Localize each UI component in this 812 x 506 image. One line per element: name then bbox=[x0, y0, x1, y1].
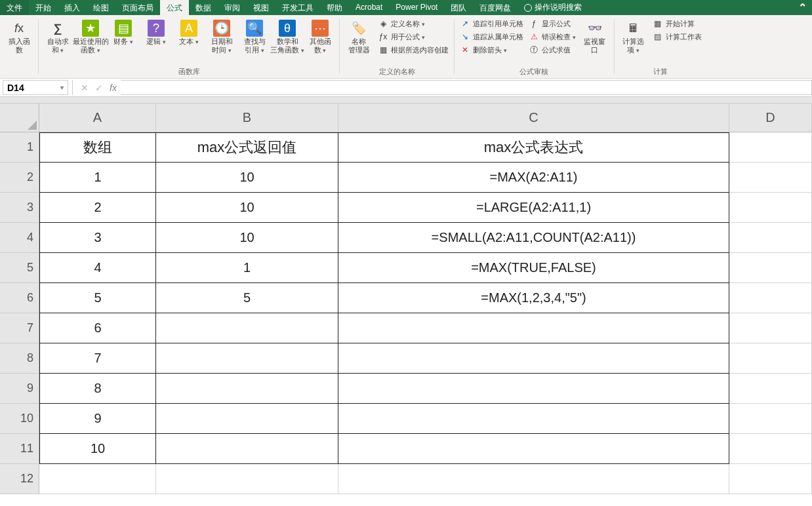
cell-A9[interactable]: 8 bbox=[39, 374, 156, 404]
cell-D5[interactable] bbox=[729, 253, 812, 283]
menu-review[interactable]: 审阅 bbox=[218, 0, 247, 15]
cell-C10[interactable] bbox=[338, 404, 729, 434]
cell-B11[interactable] bbox=[156, 434, 338, 464]
cell-A12[interactable] bbox=[39, 464, 156, 494]
cell-A6[interactable]: 5 bbox=[39, 283, 156, 313]
cell-B6[interactable]: 5 bbox=[156, 283, 338, 313]
more-button[interactable]: ⋯ 其他函数 bbox=[305, 18, 335, 55]
cell-A3[interactable]: 2 bbox=[39, 193, 156, 223]
show-formulas-button[interactable]: ƒ显示公式 bbox=[527, 18, 577, 29]
error-check-button[interactable]: ⚠错误检查 bbox=[527, 31, 577, 43]
col-header-D[interactable]: D bbox=[729, 104, 812, 132]
confirm-icon[interactable]: ✓ bbox=[95, 83, 103, 93]
menu-baidu[interactable]: 百度网盘 bbox=[473, 0, 518, 15]
cell-C9[interactable] bbox=[338, 374, 729, 404]
select-all-corner[interactable] bbox=[0, 104, 39, 132]
menu-team[interactable]: 团队 bbox=[444, 0, 473, 15]
cell-D9[interactable] bbox=[729, 374, 812, 404]
row-header[interactable]: 1 bbox=[0, 132, 39, 163]
menu-acrobat[interactable]: Acrobat bbox=[349, 0, 389, 15]
recent-button[interactable]: ★ 最近使用的 函数 bbox=[75, 18, 106, 55]
cell-D7[interactable] bbox=[729, 313, 812, 343]
cell-A2[interactable]: 1 bbox=[39, 163, 156, 193]
cell-B7[interactable] bbox=[156, 313, 338, 343]
menu-data[interactable]: 数据 bbox=[189, 0, 218, 15]
ribbon-collapse[interactable]: ⌃ bbox=[793, 0, 812, 15]
cell-D4[interactable] bbox=[729, 223, 812, 253]
datetime-button[interactable]: 🕒 日期和时间 bbox=[207, 18, 237, 55]
cell-C1[interactable]: max公式表达式 bbox=[338, 132, 729, 163]
cell-B8[interactable] bbox=[156, 343, 338, 374]
cell-D11[interactable] bbox=[729, 434, 812, 464]
cell-A11[interactable]: 10 bbox=[39, 434, 156, 464]
cell-C6[interactable]: =MAX(1,2,3,4,"5") bbox=[338, 283, 729, 313]
row-header[interactable]: 10 bbox=[0, 404, 39, 434]
math-button[interactable]: θ 数学和 三角函数 bbox=[272, 18, 302, 55]
cell-A4[interactable]: 3 bbox=[39, 223, 156, 253]
cell-D10[interactable] bbox=[729, 404, 812, 434]
text-button[interactable]: A 文本 bbox=[174, 18, 204, 55]
evaluate-formula-button[interactable]: ⓕ公式求值 bbox=[527, 44, 577, 56]
row-header[interactable]: 6 bbox=[0, 283, 39, 313]
row-header[interactable]: 4 bbox=[0, 223, 39, 253]
col-header-C[interactable]: C bbox=[338, 104, 729, 132]
trace-dependents-button[interactable]: ↘追踪从属单元格 bbox=[458, 31, 525, 43]
cell-D6[interactable] bbox=[729, 283, 812, 313]
cell-B12[interactable] bbox=[156, 464, 338, 494]
tell-me[interactable]: 操作说明搜索 bbox=[518, 0, 588, 15]
cell-C7[interactable] bbox=[338, 313, 729, 343]
cell-B2[interactable]: 10 bbox=[156, 163, 338, 193]
cell-C12[interactable] bbox=[338, 464, 729, 494]
cell-D8[interactable] bbox=[729, 343, 812, 374]
cell-B10[interactable] bbox=[156, 404, 338, 434]
row-header[interactable]: 5 bbox=[0, 253, 39, 283]
menu-insert[interactable]: 插入 bbox=[58, 0, 87, 15]
use-formula-button[interactable]: ƒx用于公式 bbox=[376, 31, 450, 43]
row-header[interactable]: 9 bbox=[0, 374, 39, 404]
menu-home[interactable]: 开始 bbox=[29, 0, 58, 15]
cancel-icon[interactable]: ✕ bbox=[81, 83, 89, 93]
cell-C8[interactable] bbox=[338, 343, 729, 374]
cell-C2[interactable]: =MAX(A2:A11) bbox=[338, 163, 729, 193]
cell-B1[interactable]: max公式返回值 bbox=[156, 132, 338, 163]
trace-precedents-button[interactable]: ↗追踪引用单元格 bbox=[458, 18, 525, 29]
cell-B9[interactable] bbox=[156, 374, 338, 404]
name-box[interactable]: D14 ▾ bbox=[3, 80, 68, 95]
menu-view[interactable]: 视图 bbox=[247, 0, 275, 15]
cell-B5[interactable]: 1 bbox=[156, 253, 338, 283]
cell-C4[interactable]: =SMALL(A2:A11,COUNT(A2:A11)) bbox=[338, 223, 729, 253]
cell-D3[interactable] bbox=[729, 193, 812, 223]
autosum-button[interactable]: ∑ 自动求和 bbox=[43, 18, 73, 55]
row-header[interactable]: 11 bbox=[0, 434, 39, 464]
cell-D1[interactable] bbox=[729, 132, 812, 163]
cell-A7[interactable]: 6 bbox=[39, 313, 156, 343]
cell-A1[interactable]: 数组 bbox=[39, 132, 156, 163]
menu-help[interactable]: 帮助 bbox=[320, 0, 349, 15]
cell-A10[interactable]: 9 bbox=[39, 404, 156, 434]
row-header[interactable]: 8 bbox=[0, 343, 39, 374]
cell-B4[interactable]: 10 bbox=[156, 223, 338, 253]
formula-input[interactable] bbox=[121, 80, 812, 95]
menu-devtools[interactable]: 开发工具 bbox=[275, 0, 320, 15]
menu-draw[interactable]: 绘图 bbox=[87, 0, 115, 15]
define-name-button[interactable]: ◈定义名称 bbox=[376, 18, 450, 29]
lookup-button[interactable]: 🔍 查找与引用 bbox=[239, 18, 270, 55]
col-header-B[interactable]: B bbox=[156, 104, 338, 132]
fx-bar-icon[interactable]: fx bbox=[110, 83, 117, 93]
menu-powerpivot[interactable]: Power Pivot bbox=[389, 0, 444, 15]
calc-options-button[interactable]: 🖩 计算选项 bbox=[619, 18, 649, 55]
menu-pagelayout[interactable]: 页面布局 bbox=[115, 0, 160, 15]
menu-formulas[interactable]: 公式 bbox=[160, 0, 189, 15]
cell-D2[interactable] bbox=[729, 163, 812, 193]
watch-window-button[interactable]: 👓 监视窗口 bbox=[580, 18, 610, 56]
row-header[interactable]: 12 bbox=[0, 464, 39, 494]
remove-arrows-button[interactable]: ✕删除箭头 bbox=[458, 44, 525, 56]
cell-C5[interactable]: =MAX(TRUE,FALSE) bbox=[338, 253, 729, 283]
financial-button[interactable]: ▤ 财务 bbox=[108, 18, 138, 55]
cell-C3[interactable]: =LARGE(A2:A11,1) bbox=[338, 193, 729, 223]
cell-A8[interactable]: 7 bbox=[39, 343, 156, 374]
row-header[interactable]: 7 bbox=[0, 313, 39, 343]
calc-sheet-button[interactable]: ▤计算工作表 bbox=[651, 31, 703, 43]
name-manager-button[interactable]: 🏷️ 名称 管理器 bbox=[344, 18, 374, 56]
cell-A5[interactable]: 4 bbox=[39, 253, 156, 283]
